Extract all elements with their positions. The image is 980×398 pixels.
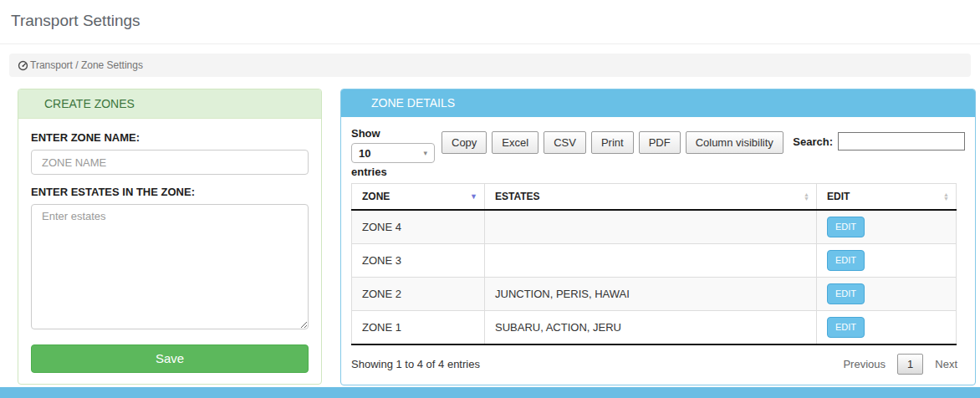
estates-textarea[interactable] [31,204,309,329]
previous-button[interactable]: Previous [835,354,893,375]
zone-cell: ZONE 1 [352,311,485,345]
estates-label: ENTER ESTATES IN THE ZONE: [31,186,309,198]
zone-name-input[interactable] [31,150,309,175]
edit-button[interactable]: EDIT [827,317,865,338]
save-button[interactable]: Save [31,344,309,373]
table-row: ZONE 3 EDIT [352,244,957,278]
page-header: Transport Settings [0,0,980,44]
page-length-control: Show 10 ▾ entries [351,127,438,178]
column-visibility-button[interactable]: Column visibility [686,131,783,154]
create-zones-title: CREATE ZONES [18,89,321,119]
column-header-edit-label: EDIT [827,191,850,202]
page-title: Transport Settings [11,12,969,30]
pagination: Previous 1 Next [835,354,965,375]
table-row: ZONE 4 EDIT [352,210,957,244]
table-info: Showing 1 to 4 of 4 entries [351,358,480,370]
dashboard-icon [18,60,28,71]
sort-desc-icon: ▼ [470,192,477,201]
estates-cell: SUBARU, ACTION, JERU [485,311,817,345]
zone-cell: ZONE 2 [352,278,485,311]
table-row: ZONE 2 JUNCTION, PERIS, HAWAI EDIT [352,278,957,311]
sort-icon: ▲▼ [804,192,809,201]
column-header-estates[interactable]: ESTATES ▲▼ [485,184,817,211]
zone-details-title: ZONE DETAILS [341,89,975,117]
export-buttons: Copy Excel CSV Print PDF Column visibili… [442,131,783,154]
estates-cell: JUNCTION, PERIS, HAWAI [485,278,817,311]
footer-bar [0,387,980,398]
main-content: CREATE ZONES ENTER ZONE NAME: ENTER ESTA… [0,77,980,385]
column-header-zone[interactable]: ZONE ▼ [352,184,485,211]
search-control: Search: [793,127,965,151]
page-1-button[interactable]: 1 [897,354,923,375]
copy-button[interactable]: Copy [442,131,487,154]
print-button[interactable]: Print [591,131,634,154]
column-header-edit[interactable]: EDIT ▲▼ [817,184,957,211]
column-header-zone-label: ZONE [362,191,390,202]
next-button[interactable]: Next [927,354,965,375]
excel-button[interactable]: Excel [492,131,538,154]
show-label: Show [351,127,380,140]
estates-cell [485,210,817,244]
table-row: ZONE 1 SUBARU, ACTION, JERU EDIT [352,311,957,345]
table-footer: Showing 1 to 4 of 4 entries Previous 1 N… [351,354,965,375]
create-zones-panel: CREATE ZONES ENTER ZONE NAME: ENTER ESTA… [18,89,322,385]
page-length-value: 10 [359,147,370,160]
zone-details-panel: ZONE DETAILS Show 10 ▾ entries Copy Exce… [340,89,976,385]
sort-icon: ▲▼ [943,192,949,201]
breadcrumb: Transport / Zone Settings [9,54,971,77]
search-input[interactable] [838,132,965,151]
edit-button[interactable]: EDIT [827,250,865,271]
column-header-estates-label: ESTATES [495,191,540,202]
breadcrumb-text: Transport / Zone Settings [30,59,143,71]
csv-button[interactable]: CSV [544,131,586,154]
pdf-button[interactable]: PDF [639,131,681,154]
entries-label: entries [351,166,387,178]
edit-button[interactable]: EDIT [827,217,865,237]
estates-cell [485,244,817,278]
zone-cell: ZONE 4 [352,210,485,244]
table-toolbar: Show 10 ▾ entries Copy Excel CSV Print P… [351,127,965,178]
search-label: Search: [793,135,833,148]
zones-table: ZONE ▼ ESTATES ▲▼ [351,183,957,345]
chevron-down-icon: ▾ [423,149,427,157]
edit-button[interactable]: EDIT [827,283,865,304]
table-header-row: ZONE ▼ ESTATES ▲▼ [352,184,957,211]
page-length-select[interactable]: 10 ▾ [351,143,435,163]
zone-name-label: ENTER ZONE NAME: [31,131,309,144]
zone-cell: ZONE 3 [352,244,485,278]
